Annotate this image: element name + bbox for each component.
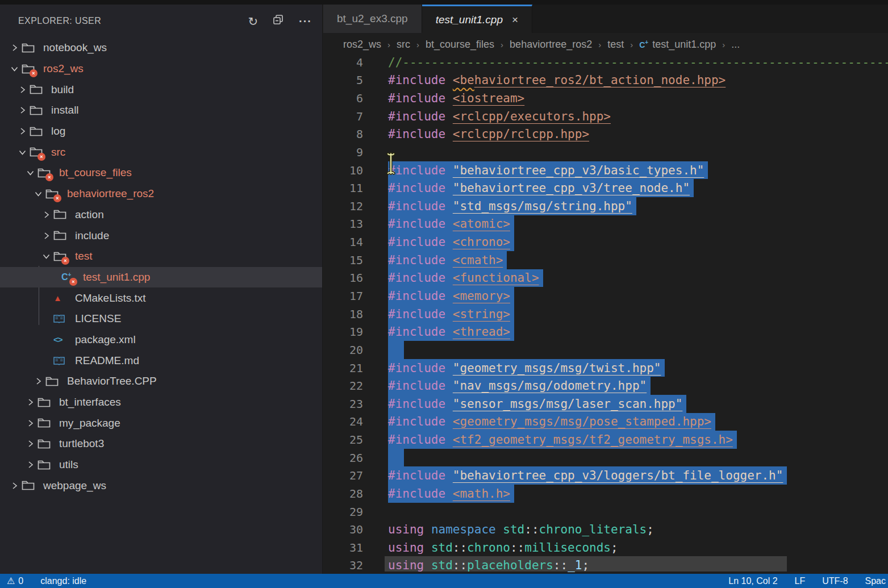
tab-bt_u2_ex3.cpp[interactable]: bt_u2_ex3.cpp — [323, 5, 422, 33]
tree-item-include[interactable]: include — [0, 225, 322, 246]
code-line-10[interactable]: 10#include "behaviortree_cpp_v3/basic_ty… — [323, 161, 888, 180]
tab-test_unit1.cpp[interactable]: test_unit1.cpp× — [422, 5, 532, 33]
book-file-icon — [53, 314, 65, 323]
line-number: 21 — [323, 361, 363, 375]
code-line-20[interactable]: 20 — [323, 341, 888, 359]
tree-item-label: install — [51, 104, 79, 116]
code-editor[interactable]: 4//-------------------------------------… — [323, 53, 888, 574]
tree-item-label: behaviortree_ros2 — [67, 187, 154, 200]
breadcrumb-separator: › — [722, 40, 725, 49]
tree-item-BehaviorTree.CPP[interactable]: BehaviorTree.CPP — [0, 371, 322, 392]
code-line-16[interactable]: 16#include <functional> — [323, 269, 888, 287]
code-line-24[interactable]: 24#include <geometry_msgs/msg/pose_stamp… — [323, 413, 888, 431]
problems-indicator[interactable]: ⚠ 0 — [7, 576, 23, 586]
breadcrumb-label: ... — [731, 39, 740, 51]
folder-icon — [37, 417, 55, 429]
breadcrumb: ros2_ws›src›bt_course_files›behaviortree… — [323, 33, 888, 56]
code-line-14[interactable]: 14#include <chrono> — [323, 233, 888, 251]
line-number: 28 — [323, 487, 363, 501]
code-line-18[interactable]: 18#include <string> — [323, 305, 888, 323]
clangd-status[interactable]: clangd: idle — [40, 576, 86, 586]
code-line-31[interactable]: 31using std::chrono::milliseconds; — [323, 539, 888, 557]
tree-item-label: utils — [59, 458, 78, 471]
eol-indicator[interactable]: LF — [795, 576, 806, 586]
folder-icon: × — [45, 187, 62, 200]
tree-item-log[interactable]: log — [0, 121, 322, 142]
tree-item-src[interactable]: ×src — [0, 141, 322, 162]
code-line-22[interactable]: 22#include "nav_msgs/msg/odometry.hpp" — [323, 377, 888, 395]
code-line-17[interactable]: 17#include <memory> — [323, 287, 888, 305]
code-line-32[interactable]: 32using std::placeholders::_1; — [323, 557, 888, 574]
tree-item-action[interactable]: action — [0, 205, 322, 226]
tree-item-bt_interfaces[interactable]: bt_interfaces — [0, 392, 322, 413]
breadcrumb-item-test[interactable]: test — [607, 39, 624, 51]
refresh-explorer-button[interactable]: ↻ — [248, 15, 258, 27]
breadcrumb-item-bt_course_files[interactable]: bt_course_files — [426, 39, 494, 51]
breadcrumb-item-src[interactable]: src — [397, 39, 410, 51]
code-line-6[interactable]: 6#include <iostream> — [323, 89, 888, 107]
collapse-folders-button[interactable] — [273, 14, 284, 28]
code-line-12[interactable]: 12#include "std_msgs/msg/string.hpp" — [323, 197, 888, 215]
code-line-25[interactable]: 25#include <tf2_geometry_msgs/tf2_geomet… — [323, 431, 888, 449]
code-line-7[interactable]: 7#include <rclcpp/executors.hpp> — [323, 107, 888, 126]
code-line-29[interactable]: 29 — [323, 503, 888, 521]
tree-item-label: log — [51, 125, 65, 137]
tree-item-notebook_ws[interactable]: notebook_ws — [0, 37, 322, 59]
code-line-26[interactable]: 26 — [323, 449, 888, 467]
code-line-5[interactable]: 5#include <behaviortree_ros2/bt_action_n… — [323, 72, 888, 90]
encoding-indicator[interactable]: UTF-8 — [822, 576, 848, 586]
close-icon[interactable]: × — [512, 14, 518, 26]
breadcrumb-item-behaviortree_ros2[interactable]: behaviortree_ros2 — [510, 39, 592, 51]
tree-item-label: turtlebot3 — [59, 437, 104, 450]
tree-item-behaviortree_ros2[interactable]: ×behaviortree_ros2 — [0, 184, 322, 205]
file-tree: notebook_ws×ros2_wsbuildinstalllog×src×b… — [0, 37, 322, 496]
more-actions-button[interactable]: ··· — [299, 15, 312, 28]
line-number: 24 — [323, 415, 363, 428]
tree-item-README.md[interactable]: README.md — [0, 350, 322, 371]
chevron-right-icon — [15, 106, 30, 114]
tree-item-my_package[interactable]: my_package — [0, 412, 322, 433]
tree-item-utils[interactable]: utils — [0, 454, 322, 476]
tree-item-test_unit1.cpp[interactable]: C+×test_unit1.cpp — [0, 267, 322, 288]
tree-item-bt_course_files[interactable]: ×bt_course_files — [0, 162, 322, 184]
tree-item-build[interactable]: build — [0, 79, 322, 100]
line-number: 25 — [323, 433, 363, 447]
chevron-right-icon — [23, 461, 37, 469]
code-line-21[interactable]: 21#include "geometry_msgs/msg/twist.hpp" — [323, 359, 888, 377]
tree-item-label: my_package — [59, 417, 120, 429]
status-bar: ⚠ 0 clangd: idle Ln 10, Col 2 LF UTF-8 S… — [0, 574, 888, 588]
code-line-27[interactable]: 27#include "behaviortree_cpp_v3/loggers/… — [323, 466, 888, 485]
breadcrumb-item-test_unit1.cpp[interactable]: C+test_unit1.cpp — [639, 39, 716, 51]
chevron-down-icon — [23, 169, 37, 177]
tree-item-test[interactable]: ×test — [0, 246, 322, 267]
folder-icon — [53, 230, 70, 242]
tree-item-webpage_ws[interactable]: webpage_ws — [0, 475, 322, 496]
tree-item-install[interactable]: install — [0, 100, 322, 121]
code-line-19[interactable]: 19#include <thread> — [323, 323, 888, 341]
tree-item-label: test_unit1.cpp — [83, 271, 150, 283]
line-number: 31 — [323, 541, 363, 554]
code-line-11[interactable]: 11#include "behaviortree_cpp_v3/tree_nod… — [323, 179, 888, 197]
breadcrumb-item-...[interactable]: ... — [731, 39, 740, 51]
code-line-23[interactable]: 23#include "sensor_msgs/msg/laser_scan.h… — [323, 395, 888, 413]
folder-icon — [22, 479, 39, 492]
vscode-window: EXPLORER: USER ↻ ··· notebook_ws×ros2_ws… — [0, 0, 888, 588]
breadcrumb-item-ros2_ws[interactable]: ros2_ws — [343, 39, 381, 51]
chevron-down-icon — [15, 148, 30, 156]
line-number: 4 — [323, 56, 363, 69]
error-badge: × — [45, 173, 53, 181]
code-line-9[interactable]: 9 — [323, 143, 888, 161]
tree-item-ros2_ws[interactable]: ×ros2_ws — [0, 59, 322, 80]
tree-item-CMakeLists.txt[interactable]: ▲CMakeLists.txt — [0, 287, 322, 308]
code-line-13[interactable]: 13#include <atomic> — [323, 215, 888, 233]
code-line-4[interactable]: 4//-------------------------------------… — [323, 53, 888, 72]
code-line-28[interactable]: 28#include <math.h> — [323, 485, 888, 503]
indentation-indicator[interactable]: Spac — [865, 576, 886, 586]
tree-item-package.xml[interactable]: <>package.xml — [0, 330, 322, 351]
code-line-8[interactable]: 8#include <rclcpp/rclcpp.hpp> — [323, 126, 888, 144]
tree-item-turtlebot3[interactable]: turtlebot3 — [0, 433, 322, 454]
cursor-position-indicator[interactable]: Ln 10, Col 2 — [728, 576, 777, 586]
code-line-15[interactable]: 15#include <cmath> — [323, 251, 888, 269]
tree-item-LICENSE[interactable]: LICENSE — [0, 308, 322, 330]
code-line-30[interactable]: 30using namespace std::chrono_literals; — [323, 520, 888, 539]
